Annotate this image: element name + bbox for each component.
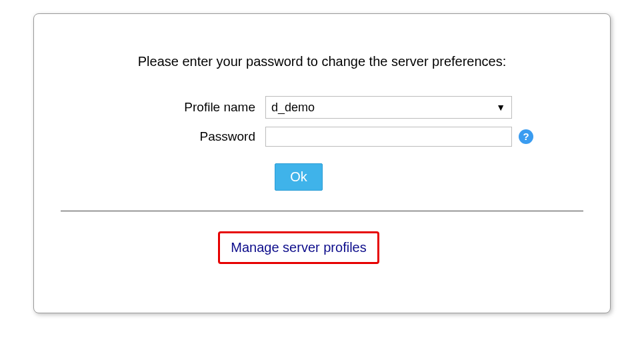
profile-select[interactable]: d_demo xyxy=(265,96,512,119)
help-icon[interactable]: ? xyxy=(519,129,533,144)
manage-server-profiles-link[interactable]: Manage server profiles xyxy=(231,240,366,255)
password-row: Password ? xyxy=(54,127,590,147)
password-input[interactable] xyxy=(265,127,512,147)
password-field-wrap: ? xyxy=(265,127,512,147)
button-row: Ok xyxy=(54,163,590,191)
profile-select-wrap: d_demo ▼ xyxy=(265,96,512,119)
ok-button[interactable]: Ok xyxy=(275,163,323,191)
dialog-instruction: Please enter your password to change the… xyxy=(54,54,590,69)
profile-row: Profile name d_demo ▼ xyxy=(54,96,590,119)
profile-field-wrap: d_demo ▼ xyxy=(265,96,512,119)
divider xyxy=(61,211,583,211)
password-label: Password xyxy=(132,129,265,144)
manage-link-row: Manage server profiles xyxy=(54,231,590,264)
profile-label: Profile name xyxy=(132,100,265,115)
manage-link-highlight: Manage server profiles xyxy=(218,231,379,264)
password-dialog: Please enter your password to change the… xyxy=(33,13,611,313)
